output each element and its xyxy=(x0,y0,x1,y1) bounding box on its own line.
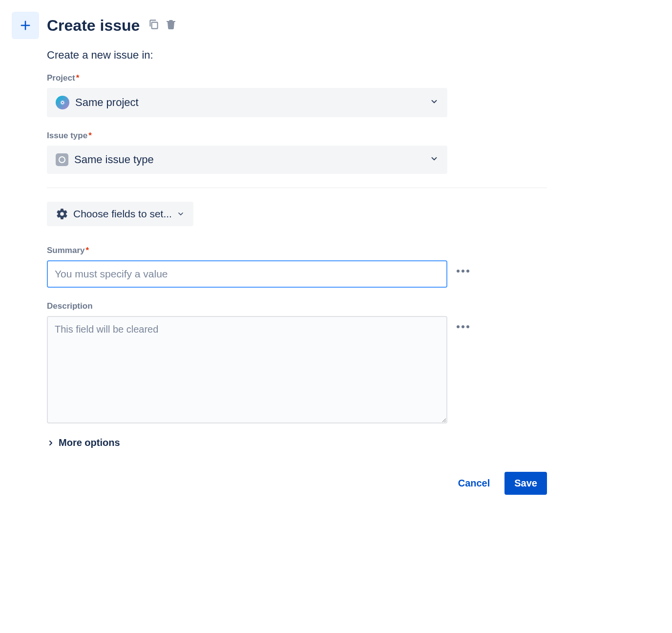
page-title: Create issue xyxy=(47,17,140,35)
subtitle: Create a new issue in: xyxy=(47,49,547,62)
svg-point-6 xyxy=(457,270,460,273)
issue-type-select-value: Same issue type xyxy=(74,153,424,166)
required-asterisk: * xyxy=(88,131,92,140)
issue-type-label: Issue type* xyxy=(47,131,547,141)
more-horizontal-icon xyxy=(456,325,470,329)
issue-type-label-text: Issue type xyxy=(47,131,87,140)
required-asterisk: * xyxy=(85,246,89,255)
save-button[interactable]: Save xyxy=(504,472,547,495)
chevron-down-icon xyxy=(430,97,439,108)
more-options-toggle[interactable]: More options xyxy=(47,437,547,448)
summary-input[interactable] xyxy=(47,260,447,288)
title-actions xyxy=(147,18,177,33)
cancel-button[interactable]: Cancel xyxy=(451,472,497,495)
section-divider xyxy=(47,188,547,188)
more-horizontal-icon xyxy=(456,269,470,273)
more-options-label: More options xyxy=(59,437,120,448)
summary-label-text: Summary xyxy=(47,246,84,255)
svg-point-5 xyxy=(62,102,63,104)
issue-type-select[interactable]: Same issue type xyxy=(47,146,447,174)
create-issue-tile xyxy=(12,12,39,39)
description-field-options[interactable] xyxy=(456,316,470,329)
description-row xyxy=(47,316,547,423)
chevron-down-icon xyxy=(177,210,185,218)
svg-point-10 xyxy=(462,325,464,328)
form-content: Create a new issue in: Project* Same pro… xyxy=(47,49,547,495)
plus-icon xyxy=(19,19,32,32)
project-avatar-icon xyxy=(56,96,69,109)
project-label-text: Project xyxy=(47,73,75,83)
header-row: Create issue xyxy=(12,12,660,39)
svg-point-8 xyxy=(466,270,469,273)
choose-fields-label: Choose fields to set... xyxy=(73,208,172,220)
issue-type-icon xyxy=(56,153,68,166)
summary-label: Summary* xyxy=(47,246,547,255)
svg-rect-2 xyxy=(152,22,158,29)
choose-fields-button[interactable]: Choose fields to set... xyxy=(47,202,193,226)
summary-row xyxy=(47,260,547,288)
required-asterisk: * xyxy=(76,73,80,83)
project-select-value: Same project xyxy=(75,96,424,109)
trash-icon[interactable] xyxy=(165,18,177,33)
form-footer: Cancel Save xyxy=(47,472,547,495)
gear-icon xyxy=(56,208,68,220)
description-textarea[interactable] xyxy=(47,316,447,423)
svg-point-11 xyxy=(466,325,469,328)
project-label: Project* xyxy=(47,73,547,83)
copy-icon[interactable] xyxy=(147,18,160,33)
project-select[interactable]: Same project xyxy=(47,88,447,117)
chevron-down-icon xyxy=(430,154,439,165)
description-label: Description xyxy=(47,301,547,311)
summary-field-options[interactable] xyxy=(456,260,470,273)
svg-point-7 xyxy=(462,270,464,273)
chevron-right-icon xyxy=(47,439,55,447)
svg-point-9 xyxy=(457,325,460,328)
